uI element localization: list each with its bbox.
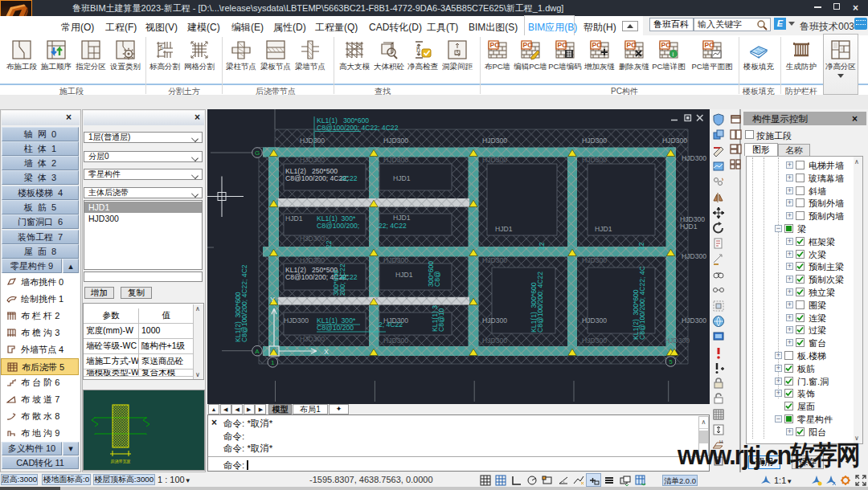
svg-text:HJD300: HJD300: [383, 156, 408, 164]
svg-text:HJD1: HJD1: [495, 225, 513, 233]
svg-text:i: i: [673, 51, 674, 58]
svg-text:PC: PC: [490, 41, 500, 49]
svg-text:HJD300: HJD300: [383, 137, 408, 145]
svg-text:HJD300: HJD300: [582, 337, 607, 345]
svg-text:PC: PC: [661, 41, 671, 49]
svg-text:4C22: 4C22: [341, 174, 358, 182]
svg-text:HJD300: HJD300: [482, 137, 507, 145]
svg-text:HJD1: HJD1: [393, 174, 411, 182]
svg-text:HJD1: HJD1: [285, 214, 303, 223]
svg-text:22; 4C22: 22; 4C22: [379, 222, 407, 230]
svg-text:HJD300: HJD300: [582, 156, 607, 164]
svg-text:C8@100/200; 4C22; 4C2: C8@100/200; 4C22; 4C2: [240, 264, 248, 342]
svg-text:HJD300: HJD300: [482, 337, 507, 345]
svg-text:A: A: [255, 348, 260, 355]
svg-text:5: 5: [669, 358, 673, 365]
svg-text:HJD300: HJD300: [582, 316, 607, 325]
svg-text:C8@100/200;: C8@100/200;: [317, 222, 359, 230]
svg-text:C8@100/200; 4C22; 4C: C8@100/200; 4C22; 4C: [638, 266, 646, 340]
svg-text:HJD300: HJD300: [482, 156, 507, 164]
svg-text:C8@10: C8@10: [437, 308, 445, 332]
svg-text:HJD300: HJD300: [300, 335, 325, 343]
svg-text:PC: PC: [627, 41, 637, 49]
svg-text:HJD300: HJD300: [300, 137, 325, 145]
svg-text:h: h: [160, 45, 163, 51]
svg-text:X: X: [324, 348, 329, 356]
svg-text:PC: PC: [558, 41, 567, 49]
svg-text:Y: Y: [270, 296, 275, 304]
svg-text:HJD1: HJD1: [393, 214, 411, 222]
svg-text:HJD300: HJD300: [300, 256, 325, 264]
svg-text:200; 4C22: 200; 4C22: [338, 263, 346, 296]
svg-text:HJD1: HJD1: [680, 223, 698, 231]
svg-text:PC: PC: [523, 41, 533, 49]
svg-text:HJD1: HJD1: [595, 225, 612, 233]
svg-text:C8@100/200; 4C22; 4C22: C8@100/200; 4C22; 4C22: [317, 124, 399, 132]
svg-text:HJD300: HJD300: [665, 337, 690, 345]
svg-text:G: G: [255, 149, 260, 157]
svg-text:HJD300: HJD300: [482, 256, 507, 264]
svg-text:HJD300: HJD300: [662, 137, 687, 145]
svg-text:HJD1: HJD1: [395, 271, 413, 279]
svg-text:HJD300: HJD300: [582, 256, 607, 264]
svg-text:22: 22: [325, 240, 333, 248]
svg-text:h: h: [416, 46, 420, 54]
svg-text:HJD300: HJD300: [383, 337, 408, 345]
svg-text:22: 22: [538, 242, 546, 250]
svg-text:HJD300: HJD300: [682, 252, 706, 260]
svg-text:HJD300: HJD300: [383, 256, 408, 264]
svg-text:HJD300: HJD300: [300, 156, 325, 164]
svg-text:C8@: C8@: [433, 271, 441, 287]
svg-text:C8@100/200; 4C22: C8@100/200; 4C22: [536, 272, 544, 333]
svg-text:C8@100/200; 4C22;: C8@100/200; 4C22;: [285, 174, 348, 182]
svg-text:HJD300: HJD300: [682, 316, 706, 325]
svg-text:1: 1: [271, 359, 275, 366]
svg-text:PC: PC: [592, 41, 602, 49]
svg-text:HJD300: HJD300: [482, 316, 507, 325]
svg-text:后浇带宽度: 后浇带宽度: [111, 459, 131, 464]
svg-text:PC: PC: [705, 41, 714, 49]
svg-text:22: 22: [637, 242, 645, 250]
svg-text:HJD300: HJD300: [284, 316, 309, 325]
svg-text:HJD300: HJD300: [383, 316, 408, 325]
svg-text:HJD300: HJD300: [682, 154, 706, 162]
svg-text:HJD300: HJD300: [300, 235, 325, 243]
svg-text:C8@10/200: C8@10/200: [317, 324, 354, 332]
svg-text:HJD300: HJD300: [582, 137, 607, 145]
